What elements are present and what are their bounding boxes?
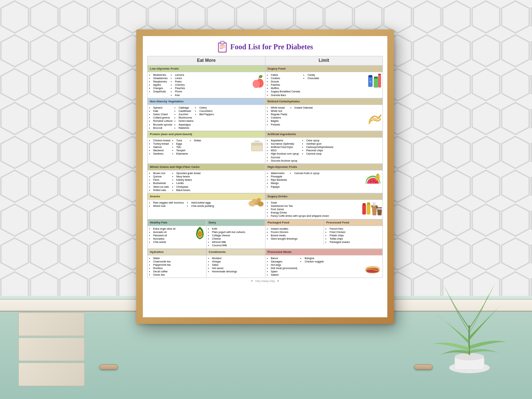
svg-text:W: W [370, 81, 371, 83]
svg-rect-39 [362, 204, 366, 215]
list-item: Salsa [212, 263, 263, 266]
list-item: Homemade dressings [212, 270, 263, 273]
svg-point-36 [258, 201, 264, 206]
handle-left [99, 364, 118, 370]
list-item: Swiss Chard [153, 113, 173, 116]
drawer-box-3 [18, 363, 85, 386]
list-item: Crackers [271, 116, 287, 119]
list-item: Fruit Juices [271, 208, 329, 211]
list-item: Potato chips [330, 234, 381, 237]
list-item: Totilla chips [330, 237, 381, 240]
list-item: Aspartame [271, 139, 299, 142]
list-item: Muffins [271, 86, 300, 90]
list-item: Limes [175, 77, 185, 80]
list-item: Brussels sprouts [153, 123, 173, 126]
list-item: Watermelon [271, 172, 287, 175]
sugary-food-header: Sugary Food [265, 66, 383, 72]
list-item: Soda [271, 201, 329, 204]
hydration-header: Hydration [148, 249, 206, 255]
list-item: Raw veggies with hummus [153, 201, 184, 204]
list-item: Mixed nuts [153, 204, 184, 208]
footer-text: Hey Daisy Day [256, 279, 275, 283]
list-item: Hard-boiled eggs [191, 201, 214, 204]
table-row: Whole Grains and High-Fiber Carbs Brown … [148, 163, 383, 193]
list-item: Lemons [175, 73, 185, 77]
list-item: Fancy Coffe drinks with syrups and whipp… [271, 214, 329, 218]
svg-rect-6 [221, 41, 224, 44]
list-item: Chamomile tea [153, 260, 204, 263]
list-item: Kidney beans [176, 178, 201, 181]
picture-frame: Food List for Pre Diabetes Eat More Limi… [136, 29, 394, 324]
list-item: Glucose-fructose syrup [271, 159, 299, 162]
list-item: Mango [271, 181, 287, 185]
list-item: Chocolate [307, 77, 319, 80]
packaged-food-header: Packaged Food [265, 219, 324, 226]
healthy-fats-header: Healthy Fats [148, 219, 206, 226]
list-item: Salmon [153, 145, 170, 149]
list-item: Pears [175, 80, 185, 83]
list-item: Raspberries [153, 80, 168, 83]
list-item: Granola Bars [271, 93, 300, 97]
list-item: Collard greens [153, 116, 173, 119]
svg-rect-44 [373, 202, 376, 207]
list-item: Cauliflower [179, 109, 193, 113]
svg-point-37 [252, 199, 257, 203]
list-item: Peppermint tea [153, 263, 204, 266]
list-item: Donuts [271, 80, 300, 83]
list-item: Buckwheat [153, 181, 169, 185]
list-item: Mushrooms [179, 116, 193, 119]
list-item: Chia seeds [153, 240, 204, 244]
list-item: Chicken nuggets [304, 260, 324, 263]
svg-rect-42 [367, 202, 370, 205]
list-item: Salami [271, 273, 297, 276]
list-item: Turkey breast [153, 142, 170, 145]
list-item: Cucumbers [199, 109, 214, 113]
list-item: Lentils [176, 181, 201, 185]
list-item: Bagels [271, 119, 287, 123]
list-item: Flavored chips [306, 149, 334, 152]
table-row: Snacks Raw veggies with hummus Mixed nut… [148, 193, 383, 219]
eat-more-header: Eat More [148, 56, 265, 66]
list-item: Zucchini [179, 113, 193, 116]
list-item: Kale [153, 109, 173, 113]
list-item: Hot dogs [271, 263, 297, 266]
list-item: Cheese [212, 237, 263, 240]
list-item: Cakes [271, 73, 300, 77]
whole-grains-header: Whole Grains and High-Fiber Carbs [148, 164, 265, 170]
list-item: Black beans [176, 188, 201, 192]
table-row: Non-Starchy Vegetables Spinach Kale Swis… [148, 98, 383, 131]
list-item: Coconut Milk [212, 244, 263, 247]
list-item: Celery [199, 106, 214, 109]
table-row: Healthy Fats Extra virgin olive oil Avoc… [148, 219, 383, 248]
list-item: Store-bought dressings [271, 237, 322, 240]
svg-rect-22 [251, 143, 263, 145]
list-item: Almond Milk [212, 240, 263, 244]
list-item: Oranges [153, 86, 168, 90]
list-item: French fries [330, 227, 381, 230]
list-item: Pretzels [271, 123, 287, 126]
svg-rect-41 [367, 204, 370, 215]
drawer-box-2 [18, 338, 85, 361]
list-item: Bacon [271, 257, 297, 260]
list-item: Green tea [153, 273, 204, 276]
hotdog-illustration [363, 263, 382, 276]
list-item: Navy beans [176, 175, 201, 178]
list-item: Sweetened Ice Tea [271, 204, 329, 208]
list-item: Radishes [179, 126, 193, 130]
svg-point-26 [373, 180, 374, 181]
poster: Food List for Pre Diabetes Eat More Limi… [143, 36, 387, 317]
list-item: Strawberries [153, 77, 168, 80]
list-item: Plums [175, 90, 185, 93]
drawer-boxes [18, 313, 85, 386]
svg-point-27 [376, 181, 377, 183]
list-item: Instant noodles [271, 227, 322, 230]
list-item: Rolled oats [153, 188, 169, 192]
list-item: Steel-cut oats [153, 185, 169, 188]
poster-footer: ✦ Hey Daisy Day ✦ [147, 279, 383, 283]
svg-point-25 [370, 181, 371, 182]
list-item: High-fructose corn syrup [271, 152, 299, 155]
list-item: Fried Chicken [330, 230, 381, 234]
list-item: Apples [153, 83, 168, 86]
clipboard-icon [217, 40, 228, 53]
svg-rect-18 [374, 77, 378, 78]
